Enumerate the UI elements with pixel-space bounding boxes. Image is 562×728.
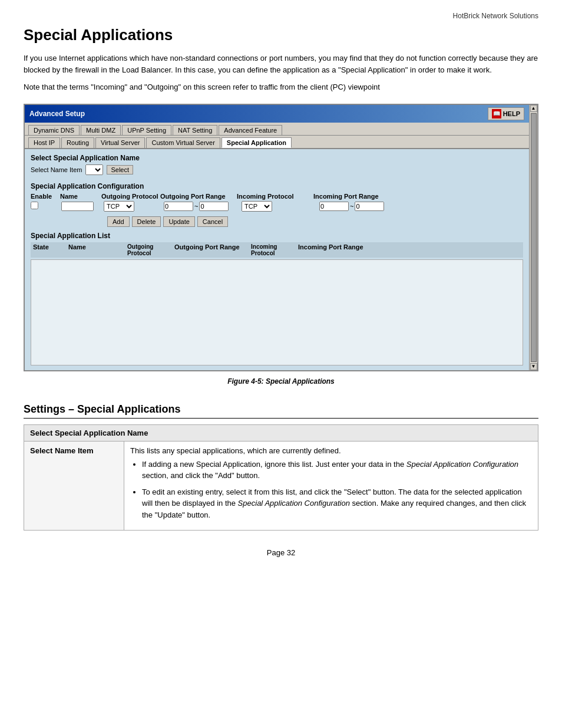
figure-caption: Figure 4-5: Special Applications — [24, 377, 538, 386]
row-content: This lists any special applications, whi… — [124, 441, 538, 531]
scroll-up-arrow[interactable]: ▲ — [530, 105, 537, 112]
cancel-button[interactable]: Cancel — [197, 216, 228, 227]
bullet2-italic: Special Application Configuration — [238, 499, 350, 508]
tab-routing[interactable]: Routing — [61, 137, 94, 148]
header-outgoing-protocol: Outgoing Protocol — [101, 193, 160, 200]
config-section-title: Special Application Configuration — [31, 182, 523, 190]
header-incoming-port-range: Incoming Port Range — [313, 193, 390, 200]
tab-host-ip[interactable]: Host IP — [28, 137, 60, 148]
header-outgoing-port-range: Outgoing Port Range — [160, 193, 237, 200]
settings-table: Select Special Application Name Select N… — [24, 424, 538, 531]
select-row: Select Name Item Select — [31, 164, 523, 175]
outgoing-port-from[interactable] — [164, 202, 193, 211]
ui-title-label: Advanced Setup — [29, 110, 85, 118]
help-label: HELP — [503, 110, 520, 117]
list-section-title: Special Application List — [31, 232, 523, 240]
incoming-port-to[interactable] — [355, 202, 384, 211]
name-input[interactable] — [61, 202, 94, 211]
tab-advanced-feature[interactable]: Advanced Feature — [219, 125, 282, 135]
select-name-label: Select Name Item — [31, 166, 82, 173]
select-name-dropdown[interactable] — [85, 164, 103, 175]
list-section: Special Application List State Name Outg… — [31, 232, 523, 365]
enable-cell — [31, 202, 60, 211]
tab-dynamic-dns[interactable]: Dynamic DNS — [28, 125, 80, 135]
bullet-2: To edit an existing entry, select it fro… — [142, 486, 532, 521]
incoming-port-range-cell: ~ — [319, 202, 396, 211]
tab-virtual-server[interactable]: Virtual Server — [95, 137, 145, 148]
scroll-down-arrow[interactable]: ▼ — [530, 363, 537, 370]
list-header-incoming-port-range: Incoming Port Range — [298, 243, 375, 256]
tab-custom-virtual-server[interactable]: Custom Virtual Server — [146, 137, 220, 148]
page-title: Special Applications — [24, 26, 538, 44]
incoming-protocol-select[interactable]: TCP UDP — [242, 201, 272, 212]
incoming-port-from[interactable] — [319, 202, 349, 211]
action-buttons-row: Add Delete Update Cancel — [107, 216, 523, 227]
config-inputs-row: TCP UDP ~ TCP UDP — [31, 201, 523, 212]
top-right-brand: HotBrick Network Solutions — [24, 12, 538, 20]
list-header-outgoing-protocol: OutgoingProtocol — [127, 243, 174, 256]
config-headers: Enable Name Outgoing Protocol Outgoing P… — [31, 193, 523, 200]
header-incoming-protocol: Incoming Protocol — [237, 193, 313, 200]
outgoing-protocol-cell: TCP UDP — [104, 201, 163, 212]
list-header-outgoing-port-range: Outgoing Port Range — [174, 243, 251, 256]
list-header-incoming-protocol: IncomingProtocol — [251, 243, 298, 256]
bullet1-text: If adding a new Special Application, ign… — [142, 460, 406, 469]
bullet-list: If adding a new Special Application, ign… — [142, 459, 532, 521]
config-section: Special Application Configuration Enable… — [31, 182, 523, 227]
row-intro-text: This lists any special applications, whi… — [130, 446, 341, 455]
tab-row-2: Host IP Routing Virtual Server Custom Vi… — [25, 136, 529, 149]
tab-nat-setting[interactable]: NAT Setting — [173, 125, 217, 135]
select-name-item-row: Select Name Item This lists any special … — [24, 441, 538, 531]
bullet-1: If adding a new Special Application, ign… — [142, 459, 532, 482]
header-name: Name — [60, 193, 101, 200]
outgoing-protocol-select[interactable]: TCP UDP — [104, 201, 134, 212]
settings-title: Settings – Special Applications — [24, 403, 538, 419]
update-button[interactable]: Update — [163, 216, 194, 227]
outgoing-port-range-cell: ~ — [164, 202, 240, 211]
select-section: Select Special Application Name Select N… — [31, 154, 523, 175]
intro-paragraph-1: If you use Internet applications which h… — [24, 52, 538, 75]
help-book-icon: 📖 — [492, 109, 501, 118]
tab-special-application[interactable]: Special Application — [222, 137, 292, 148]
add-button[interactable]: Add — [107, 216, 130, 227]
outgoing-port-range-inputs: ~ — [164, 202, 240, 211]
list-body — [31, 259, 523, 365]
header-enable: Enable — [31, 193, 60, 200]
scroll-thumb[interactable] — [531, 113, 537, 362]
select-section-title: Select Special Application Name — [31, 154, 523, 162]
incoming-port-range-inputs: ~ — [319, 202, 396, 211]
bullet1-cont: section, and click the "Add" button. — [142, 471, 260, 480]
list-headers: State Name OutgoingProtocol Outgoing Por… — [31, 242, 523, 258]
ui-titlebar: Advanced Setup 📖 HELP — [25, 105, 529, 123]
tab-row-1: Dynamic DNS Multi DMZ UPnP Setting NAT S… — [25, 123, 529, 136]
row-label: Select Name Item — [24, 441, 124, 531]
scrollbar[interactable]: ▲ ▼ — [529, 105, 537, 370]
delete-button[interactable]: Delete — [132, 216, 161, 227]
ui-screenshot: Advanced Setup 📖 HELP Dynamic DNS Multi … — [24, 104, 538, 371]
name-cell — [61, 202, 103, 211]
enable-checkbox[interactable] — [31, 202, 38, 209]
outgoing-port-to[interactable] — [199, 202, 229, 211]
tab-upnp-setting[interactable]: UPnP Setting — [122, 125, 171, 135]
incoming-protocol-cell: TCP UDP — [242, 201, 318, 212]
bullet1-italic: Special Application Configuration — [406, 460, 518, 469]
help-button[interactable]: 📖 HELP — [488, 107, 524, 120]
intro-paragraph-2: Note that the terms "Incoming" and "Outg… — [24, 81, 538, 93]
list-header-state: State — [33, 243, 68, 256]
table-header: Select Special Application Name — [24, 424, 538, 441]
ui-body: Select Special Application Name Select N… — [25, 149, 529, 370]
select-button[interactable]: Select — [107, 165, 133, 174]
list-header-name: Name — [68, 243, 127, 256]
tab-multi-dmz[interactable]: Multi DMZ — [81, 125, 121, 135]
page-number: Page 32 — [24, 548, 538, 557]
